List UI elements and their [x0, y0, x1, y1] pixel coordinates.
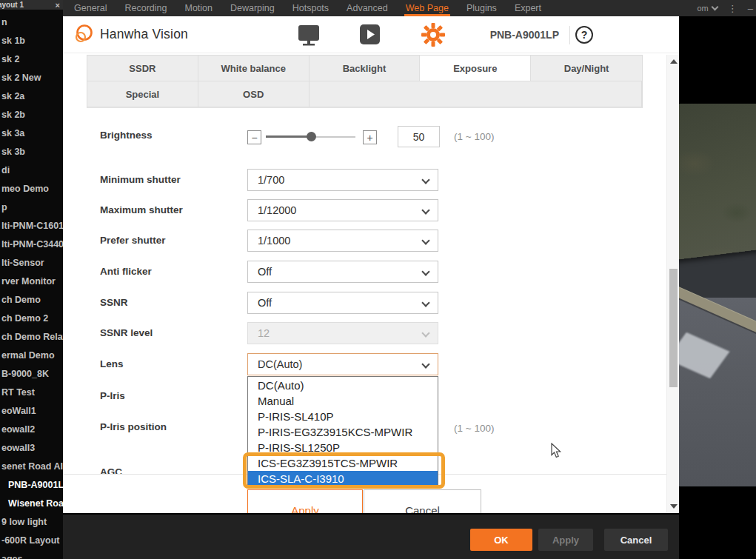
playback-icon[interactable] — [360, 24, 380, 44]
sidebar-item[interactable]: n — [0, 13, 63, 32]
sidebar-item[interactable]: sk 1b — [0, 32, 63, 50]
webpage-apply-button[interactable]: Apply — [247, 489, 363, 513]
sidebar-item[interactable]: lti-PNM-C1601 — [0, 217, 63, 235]
maximum-shutter-label: Maximum shutter — [100, 204, 183, 215]
chevron-down-icon — [711, 3, 718, 10]
sidebar-item[interactable]: B-9000_8K — [0, 365, 63, 384]
ok-button[interactable]: OK — [470, 529, 532, 551]
tab-filler — [310, 81, 642, 107]
sidebar-item[interactable]: -600R Layout — [0, 532, 63, 550]
layout-tab-title: ayout 1 — [0, 1, 24, 9]
brightness-slider-thumb[interactable] — [307, 132, 316, 141]
chevron-down-icon — [421, 267, 429, 275]
sidebar-item[interactable]: ermal Demo — [0, 347, 63, 365]
prefer-shutter-select[interactable]: 1/1000 — [247, 230, 438, 252]
ssnr-select[interactable]: Off — [247, 292, 438, 314]
brightness-plus-button[interactable]: + — [363, 130, 377, 144]
minimum-shutter-label: Minimum shutter — [100, 174, 181, 185]
settings-gear-icon[interactable] — [421, 22, 446, 47]
menu-item-expert[interactable]: Expert — [515, 0, 541, 16]
sidebar-item[interactable]: sk 2 New — [0, 69, 63, 87]
sidebar-item[interactable]: sk 2a — [0, 87, 63, 106]
help-icon[interactable]: ? — [575, 26, 593, 44]
menu-item-general[interactable]: General — [74, 0, 107, 16]
menu-item-plugins[interactable]: Plugins — [466, 0, 497, 16]
scrollbar-thumb[interactable] — [669, 269, 678, 387]
dialog-bottom-bar: OK Apply Cancel — [63, 515, 679, 559]
lens-option[interactable]: P-IRIS-SL410P — [248, 409, 438, 424]
sidebar-item[interactable]: RT Test — [0, 384, 63, 402]
sidebar-item[interactable]: meo Demo — [0, 180, 63, 198]
panel-scrollbar[interactable] — [666, 55, 679, 513]
menu-items: GeneralRecordingMotionDewarpingHotspotsA… — [63, 0, 756, 16]
tab-backlight[interactable]: Backlight — [310, 56, 421, 81]
lens-option[interactable]: Manual — [248, 393, 438, 409]
apply-button-disabled[interactable]: Apply — [538, 529, 593, 551]
live-view-monitor-icon[interactable] — [297, 24, 321, 46]
brightness-slider-fill — [266, 135, 312, 138]
menu-item-web-page[interactable]: Web Page — [406, 0, 449, 16]
sidebar-item[interactable]: senet Road AI — [0, 458, 63, 476]
tab-exposure[interactable]: Exposure — [420, 56, 531, 81]
sidebar-item[interactable]: eowall2 — [0, 421, 63, 439]
close-icon[interactable]: × — [56, 1, 60, 10]
sidebar-item[interactable]: lti-PNM-C3440 — [0, 235, 63, 254]
cancel-button[interactable]: Cancel — [604, 529, 668, 551]
tab-white-balance[interactable]: White balance — [198, 56, 310, 81]
menu-item-dewarping[interactable]: Dewarping — [230, 0, 275, 16]
menu-item-advanced[interactable]: Advanced — [347, 0, 388, 16]
p-iris-position-label: P-Iris position — [100, 421, 167, 432]
sidebar-item[interactable]: ch Demo — [0, 291, 63, 309]
tab-special[interactable]: Special — [87, 81, 198, 107]
minimize-icon[interactable]: – — [748, 3, 753, 14]
zoom-dropdown[interactable]: om — [697, 4, 717, 13]
lens-select[interactable]: DC(Auto) — [247, 353, 438, 375]
camera-video-thumbnail[interactable] — [679, 104, 756, 486]
lens-option[interactable]: DC(Auto) — [248, 378, 438, 393]
sidebar-item[interactable]: sk 3a — [0, 124, 63, 143]
sidebar-item[interactable]: di — [0, 161, 63, 180]
sidebar-item[interactable]: eowall3 — [0, 439, 63, 458]
sidebar-item[interactable]: sk 2 — [0, 50, 63, 69]
brightness-range-note: (1 ~ 100) — [454, 131, 494, 142]
tab-ssdr[interactable]: SSDR — [87, 56, 198, 81]
tab-osd[interactable]: OSD — [198, 81, 310, 107]
sidebar-item[interactable]: 9 low light — [0, 513, 63, 532]
sidebar-item[interactable]: rver Monitor — [0, 272, 63, 291]
brightness-minus-button[interactable]: − — [247, 130, 261, 144]
ssnr-level-select[interactable]: 12 — [247, 322, 438, 344]
brightness-label: Brightness — [100, 130, 153, 141]
menu-item-motion[interactable]: Motion — [184, 0, 213, 16]
hanwha-logo-icon — [73, 23, 95, 45]
tab-day-night[interactable]: Day/Night — [531, 56, 642, 81]
maximum-shutter-select[interactable]: 1/12000 — [247, 199, 438, 221]
sidebar-item[interactable]: lti-Sensor — [0, 254, 63, 272]
sidebar-item[interactable]: ch Demo 2 — [0, 309, 63, 328]
brightness-input[interactable] — [398, 126, 440, 147]
lens-value: DC(Auto) — [258, 358, 302, 370]
scroll-up-icon[interactable] — [670, 59, 678, 64]
sidebar-item[interactable]: PNB-A9001LP — [0, 476, 63, 495]
sidebar-item[interactable]: ch Demo Relay — [0, 328, 63, 347]
sidebar-item[interactable]: sk 2b — [0, 106, 63, 124]
sidebar-item[interactable]: sk 3b — [0, 143, 63, 161]
kebab-menu-icon[interactable]: ⋮ — [728, 3, 737, 14]
layout-tab[interactable]: ayout 1 × — [0, 0, 63, 10]
lens-option[interactable]: P-IRIS-EG3Z3915KCS-MPWIR — [248, 424, 438, 440]
prefer-shutter-label: Prefer shutter — [100, 235, 166, 246]
sidebar-item[interactable]: eoWall1 — [0, 402, 63, 421]
sidebar-item[interactable]: ages — [0, 550, 63, 559]
menu-item-hotspots[interactable]: Hotspots — [292, 0, 329, 16]
webpage-cancel-button[interactable]: Cancel — [364, 489, 481, 513]
sidebar-item[interactable]: Wisenet Road — [0, 495, 63, 513]
menu-item-recording[interactable]: Recording — [124, 0, 167, 16]
p-iris-position-range-note: (1 ~ 100) — [454, 423, 494, 434]
scroll-down-icon[interactable] — [670, 504, 678, 509]
minimum-shutter-select[interactable]: 1/700 — [247, 169, 438, 191]
chevron-down-icon — [421, 360, 429, 368]
anti-flicker-select[interactable]: Off — [247, 261, 438, 283]
sidebar-item[interactable]: p — [0, 198, 63, 217]
maximum-shutter-value: 1/12000 — [258, 204, 296, 216]
camera-webpage-panel: Hanwha Vision — [63, 16, 679, 513]
top-menu-bar: GeneralRecordingMotionDewarpingHotspotsA… — [63, 0, 756, 16]
